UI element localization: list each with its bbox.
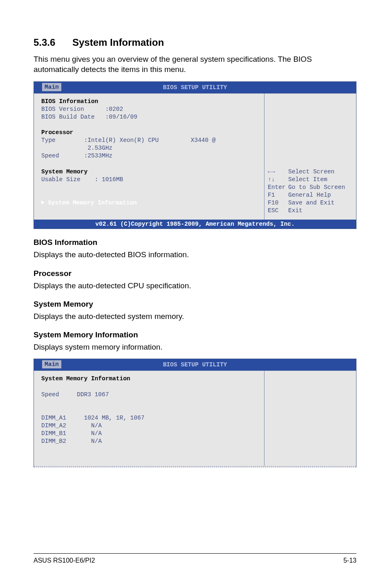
system-memory-info-text: Displays system memory information. <box>34 342 356 352</box>
processor-text: Displays the auto-detected CPU specifica… <box>34 281 356 291</box>
bios-date-label: BIOS Build Date <box>41 114 95 120</box>
dimm-b1-value: N/A <box>91 430 102 437</box>
bios-copyright-footer: v02.61 (C)Copyright 1985-2009, American … <box>34 220 356 229</box>
help-val-general-help: General Help <box>288 192 331 198</box>
bios-tab-main-2[interactable]: Main <box>42 360 61 368</box>
proc-type-value-2: 2.53GHz <box>87 145 112 151</box>
bios-help-panel: ←→Select Screen ↑↓Select Item EnterGo to… <box>264 93 356 220</box>
dimm-b2-label: DIMM_B2 <box>41 438 66 444</box>
help-val-sub-screen: Go to Sub Screen <box>288 184 345 191</box>
bios-screen-1: Main BIOS SETUP UTILITY BIOS Information… <box>34 81 356 229</box>
intro-paragraph: This menu gives you an overview of the g… <box>34 54 356 75</box>
bios-tab-main[interactable]: Main <box>42 83 61 91</box>
help-val-exit: Exit <box>288 207 303 214</box>
help-key-lr: ←→ <box>268 168 288 176</box>
bios-date-value: :09/16/09 <box>105 114 137 120</box>
footer-left: ASUS RS100-E6/PI2 <box>34 557 95 564</box>
system-memory-text: Displays the auto-detected system memory… <box>34 311 356 321</box>
bios-information-text: Displays the auto-detected BIOS informat… <box>34 249 356 260</box>
dimm-b1-label: DIMM_B1 <box>41 430 66 437</box>
bios-setup-title-2: BIOS SETUP UTILITY <box>163 361 227 368</box>
bios-version-label: BIOS Version <box>41 106 84 112</box>
bios-info-header: BIOS Information <box>41 98 98 105</box>
sys-mem-info-header: System Memory Information <box>41 375 130 382</box>
dimm-a1-value: 1024 MB, 1R, 1067 <box>84 415 144 421</box>
dimm-a2-label: DIMM_A2 <box>41 422 66 429</box>
help-val-select-item: Select Item <box>288 176 327 183</box>
page-footer: ASUS RS100-E6/PI2 5-13 <box>0 553 390 564</box>
system-memory-info-heading: System Memory Information <box>34 330 356 339</box>
bios-title-bar-2: Main BIOS SETUP UTILITY <box>34 359 356 370</box>
section-heading: 5.3.6System Information <box>34 37 356 48</box>
dimm-a1-label: DIMM_A1 <box>41 415 66 421</box>
bios-main-panel: BIOS Information BIOS Version :0202 BIOS… <box>34 93 264 220</box>
bios-setup-title: BIOS SETUP UTILITY <box>163 84 227 91</box>
dashed-bottom-border <box>34 466 356 467</box>
proc-speed-label: Speed <box>41 153 59 159</box>
bios-version-value: :0202 <box>105 106 123 112</box>
bios-help-panel-2 <box>264 370 356 466</box>
usable-size-label: Usable Size <box>41 176 81 183</box>
bios-title-bar: Main BIOS SETUP UTILITY <box>34 82 356 93</box>
help-key-ud: ↑↓ <box>268 176 288 184</box>
section-number: 5.3.6 <box>34 37 72 48</box>
system-memory-header: System Memory <box>41 168 87 175</box>
help-key-enter: Enter <box>268 184 288 191</box>
dimm-a2-value: N/A <box>91 422 102 429</box>
mem-speed-value: DDR3 1067 <box>77 391 109 398</box>
bios-information-heading: BIOS Information <box>34 238 356 247</box>
help-val-select-screen: Select Screen <box>288 168 334 175</box>
system-memory-info-submenu[interactable]: System Memory Information <box>48 200 137 206</box>
processor-heading: Processor <box>34 269 356 278</box>
proc-type-label: Type <box>41 137 56 144</box>
bios-screen-2: Main BIOS SETUP UTILITY System Memory In… <box>34 359 356 467</box>
submenu-arrow-icon <box>41 200 45 204</box>
usable-size-value: : 1016MB <box>95 176 123 183</box>
footer-page-number: 5-13 <box>343 557 356 564</box>
mem-speed-label: Speed <box>41 391 59 398</box>
bios-main-panel-2: System Memory Information Speed DDR3 106… <box>34 370 264 466</box>
page-content: 5.3.6System Information This menu gives … <box>0 0 390 493</box>
section-title: System Information <box>72 37 164 48</box>
system-memory-heading: System Memory <box>34 300 356 309</box>
help-val-save-exit: Save and Exit <box>288 200 334 206</box>
proc-speed-value: :2533MHz <box>84 153 112 159</box>
proc-type-value: :Intel(R) Xeon(R) CPU X3440 @ <box>84 137 215 144</box>
dimm-b2-value: N/A <box>91 438 102 444</box>
help-key-f10: F10 <box>268 199 288 207</box>
processor-header: Processor <box>41 129 73 136</box>
help-key-esc: ESC <box>268 207 288 215</box>
help-key-f1: F1 <box>268 191 288 199</box>
